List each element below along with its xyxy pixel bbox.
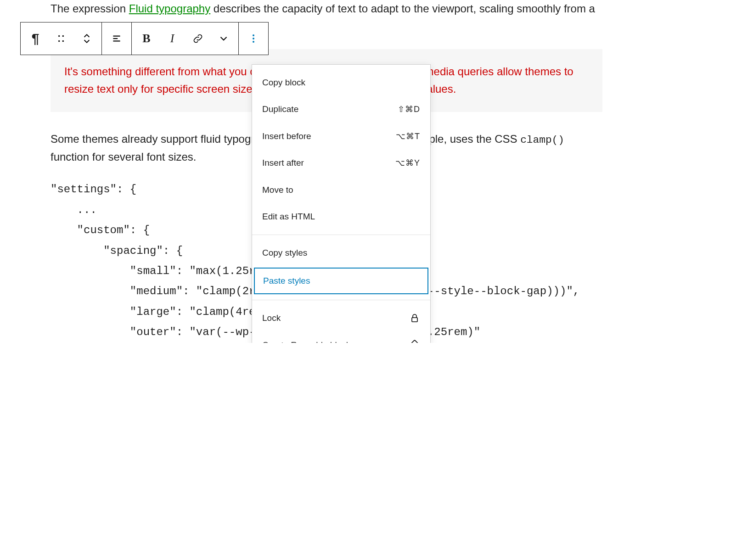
menu-move-to[interactable]: Move to — [252, 177, 430, 203]
block-options-menu: Copy block Duplicate ⇧⌘D Insert before ⌥… — [252, 64, 431, 343]
svg-rect-8 — [410, 340, 420, 342]
paragraph-block-button[interactable]: ¶ — [22, 26, 48, 51]
menu-section-1: Copy block Duplicate ⇧⌘D Insert before ⌥… — [252, 65, 430, 235]
more-vertical-icon — [253, 34, 254, 43]
svg-point-0 — [58, 35, 60, 37]
block-toolbar: ¶ B I — [20, 22, 269, 55]
menu-edit-html[interactable]: Edit as HTML — [252, 203, 430, 230]
menu-lock[interactable]: Lock — [252, 305, 430, 331]
bold-icon: B — [142, 29, 150, 48]
svg-rect-7 — [412, 318, 417, 322]
italic-button[interactable]: I — [159, 26, 185, 51]
drag-handle-button[interactable] — [48, 26, 74, 51]
clamp-code: clamp() — [520, 134, 564, 146]
align-button[interactable] — [104, 26, 129, 51]
menu-label: Move to — [262, 183, 293, 197]
lock-icon — [409, 313, 420, 324]
link-button[interactable] — [185, 26, 211, 51]
svg-point-3 — [62, 40, 64, 42]
menu-section-2: Copy styles Paste styles — [252, 235, 430, 300]
fluid-typography-link[interactable]: Fluid typography — [129, 2, 210, 15]
menu-section-3: Lock Create Reusable block Group — [252, 300, 430, 342]
menu-label: Lock — [262, 311, 281, 325]
menu-shortcut: ⌥⌘Y — [395, 157, 420, 170]
menu-label: Copy block — [262, 76, 305, 90]
bold-button[interactable]: B — [134, 26, 159, 51]
move-button[interactable] — [74, 26, 100, 51]
menu-label: Insert after — [262, 156, 304, 170]
menu-label: Insert before — [262, 129, 311, 143]
link-icon — [192, 33, 204, 45]
svg-point-2 — [58, 40, 60, 42]
toolbar-group-align — [102, 22, 132, 55]
menu-paste-styles[interactable]: Paste styles — [254, 268, 428, 294]
move-updown-icon — [81, 33, 93, 45]
menu-label: Duplicate — [262, 102, 298, 116]
drag-icon — [55, 33, 67, 45]
pilcrow-icon: ¶ — [32, 28, 39, 50]
reusable-icon — [409, 340, 420, 343]
italic-icon: I — [170, 29, 174, 48]
options-button[interactable] — [241, 26, 266, 51]
menu-reusable-block[interactable]: Create Reusable block — [252, 332, 430, 343]
menu-label: Edit as HTML — [262, 210, 315, 224]
svg-point-1 — [62, 35, 64, 37]
menu-insert-after[interactable]: Insert after ⌥⌘Y — [252, 150, 430, 176]
align-icon — [111, 33, 123, 45]
menu-label: Create Reusable block — [262, 338, 350, 343]
menu-insert-before[interactable]: Insert before ⌥⌘T — [252, 123, 430, 150]
menu-shortcut: ⌥⌘T — [396, 130, 420, 143]
toolbar-group-more — [239, 22, 268, 55]
more-format-button[interactable] — [211, 26, 236, 51]
toolbar-group-block: ¶ — [21, 22, 102, 55]
toolbar-group-format: B I — [132, 22, 239, 55]
menu-duplicate[interactable]: Duplicate ⇧⌘D — [252, 96, 430, 123]
para1-text: The expression — [51, 2, 129, 15]
menu-shortcut: ⇧⌘D — [398, 103, 420, 116]
menu-label: Paste styles — [263, 274, 310, 288]
chevron-down-icon — [218, 33, 230, 45]
menu-copy-styles[interactable]: Copy styles — [252, 240, 430, 266]
para3-suffix: function for several font sizes. — [51, 151, 196, 163]
menu-label: Copy styles — [262, 246, 307, 260]
menu-copy-block[interactable]: Copy block — [252, 69, 430, 96]
